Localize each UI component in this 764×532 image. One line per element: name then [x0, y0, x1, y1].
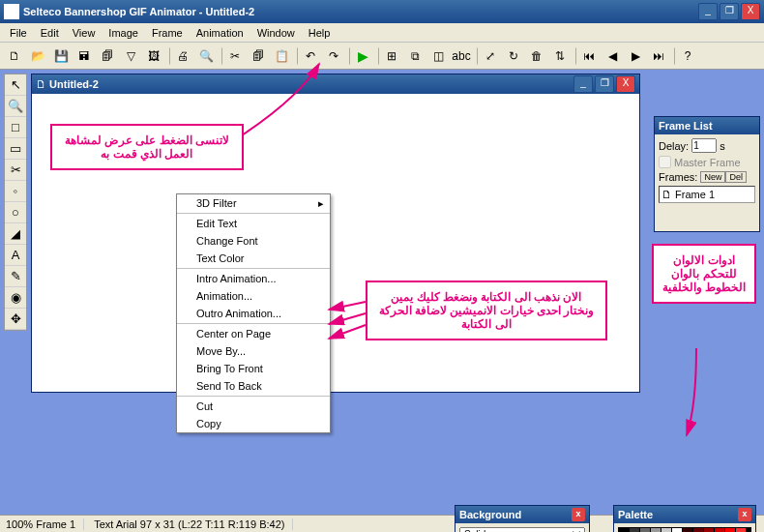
minimize-button[interactable]: _	[698, 3, 718, 20]
next-icon[interactable]: ▶	[625, 45, 646, 67]
palette-color[interactable]	[725, 528, 735, 532]
menu-item-outro-animation-[interactable]: Outro Animation...	[177, 305, 330, 322]
prev-icon[interactable]: ◀	[602, 45, 623, 67]
saveall-icon[interactable]: 🖬	[73, 45, 95, 67]
menu-item-copy[interactable]: Copy	[177, 415, 330, 432]
first-icon[interactable]: ⏮	[578, 45, 600, 67]
menu-view[interactable]: View	[67, 25, 102, 41]
text-tool-icon[interactable]: abc	[451, 45, 472, 67]
image-icon[interactable]: 🖼	[143, 45, 164, 67]
menu-item-move-by-[interactable]: Move By...	[177, 342, 330, 360]
tool-11[interactable]: ✥	[5, 309, 26, 330]
export-icon[interactable]: 🗐	[97, 45, 118, 67]
doc-icon: 🗋	[36, 78, 46, 90]
menu-help[interactable]: Help	[303, 25, 337, 41]
status-zoom-frame: 100% Frame 1	[6, 518, 84, 530]
redo-icon[interactable]: ↷	[323, 45, 344, 67]
play-icon[interactable]: ▶	[352, 45, 373, 67]
doc-restore-button[interactable]: ❐	[595, 75, 614, 93]
delete-icon[interactable]: 🗑	[526, 45, 547, 67]
restore-button[interactable]: ❐	[720, 3, 739, 20]
palette-panel: Palette x	[613, 505, 756, 532]
menu-item--d-filter[interactable]: 3D Filter	[177, 194, 330, 212]
menu-frame[interactable]: Frame	[146, 25, 189, 41]
tool-6[interactable]: ○	[5, 202, 26, 223]
new-icon[interactable]: 🗋	[4, 45, 25, 67]
menu-window[interactable]: Window	[251, 25, 301, 41]
palette-color[interactable]	[640, 528, 650, 532]
palette-color[interactable]	[630, 528, 639, 532]
tool-10[interactable]: ◉	[5, 287, 26, 309]
frame-layer-icon[interactable]: ◫	[427, 45, 449, 67]
menu-item-bring-to-front[interactable]: Bring To Front	[177, 360, 330, 377]
doc-minimize-button[interactable]: _	[573, 75, 593, 93]
menu-item-center-on-page[interactable]: Center on Page	[177, 325, 330, 342]
delay-input[interactable]	[691, 138, 717, 153]
palette-color[interactable]	[715, 528, 724, 532]
frame-item-icon: 🗋	[661, 189, 672, 200]
sort-icon[interactable]: ⇅	[549, 45, 571, 67]
undo-icon[interactable]: ↶	[300, 45, 321, 67]
print-icon[interactable]: 🖨	[172, 45, 193, 67]
background-type-select[interactable]: Solid	[459, 527, 585, 532]
callout-play-reminder: لاتنسى الضغط على عرض لمشاهة العمل الذي ق…	[50, 124, 244, 170]
tool-7[interactable]: ◢	[5, 223, 26, 245]
last-icon[interactable]: ⏭	[648, 45, 669, 67]
menu-file[interactable]: File	[4, 25, 33, 41]
cut-icon[interactable]: ✂	[224, 45, 246, 67]
tool-3[interactable]: ▭	[5, 138, 26, 160]
master-frame-label: Master Frame	[674, 157, 740, 168]
menu-item-send-to-back[interactable]: Send To Back	[177, 377, 330, 395]
preview-icon[interactable]: 🔍	[195, 45, 217, 67]
separator	[474, 47, 478, 65]
tool-5[interactable]: ◦	[5, 181, 26, 202]
separator	[671, 47, 675, 65]
frame-item[interactable]: Frame 1	[675, 189, 715, 200]
rotate-icon[interactable]: ↻	[503, 45, 524, 67]
del-frame-button[interactable]: Del	[725, 171, 747, 183]
close-button[interactable]: X	[741, 3, 760, 20]
palette-color[interactable]	[672, 528, 682, 532]
title-bar: Selteco Bannershop GIF Animator - Untitl…	[0, 0, 764, 23]
palette-title: Palette	[618, 509, 653, 520]
palette-color[interactable]	[619, 528, 629, 532]
doc-close-button[interactable]: X	[616, 75, 635, 93]
menu-item-cut[interactable]: Cut	[177, 398, 330, 415]
tool-1[interactable]: 🔍	[5, 96, 26, 117]
menu-item-animation-[interactable]: Animation...	[177, 287, 330, 305]
tool-4[interactable]: ✂	[5, 160, 26, 181]
menu-item-change-font[interactable]: Change Font	[177, 232, 330, 250]
copy-icon[interactable]: 🗐	[248, 45, 269, 67]
menu-item-intro-animation-[interactable]: Intro Animation...	[177, 270, 330, 287]
paste-icon[interactable]: 📋	[271, 45, 292, 67]
save-icon[interactable]: 💾	[50, 45, 72, 67]
menu-item-edit-text[interactable]: Edit Text	[177, 215, 330, 232]
tool-8[interactable]: A	[5, 245, 26, 266]
menu-item-text-color[interactable]: Text Color	[177, 250, 330, 267]
background-panel: Background x Solid Background Color Bord…	[455, 505, 590, 532]
palette-color[interactable]	[736, 528, 746, 532]
palette-close[interactable]: x	[738, 508, 751, 521]
menu-image[interactable]: Image	[103, 25, 144, 41]
palette-color[interactable]	[693, 528, 703, 532]
palette-color[interactable]	[651, 528, 661, 532]
palette-color[interactable]	[683, 528, 692, 532]
toolbar: 🗋 📂 💾 🖬 🗐 ▽ 🖼 🖨 🔍 ✂ 🗐 📋 ↶ ↷ ▶ ⊞ ⧉ ◫ abc …	[0, 43, 764, 70]
filter-icon[interactable]: ▽	[120, 45, 141, 67]
open-icon[interactable]: 📂	[27, 45, 48, 67]
frames-label: Frames:	[659, 171, 697, 183]
tool-2[interactable]: □	[5, 117, 26, 138]
zoom-icon[interactable]: ⤢	[480, 45, 501, 67]
tool-0[interactable]: ↖	[5, 74, 26, 96]
frame-copy-icon[interactable]: ⧉	[404, 45, 426, 67]
help-icon[interactable]: ?	[677, 45, 698, 67]
menu-edit[interactable]: Edit	[35, 25, 65, 41]
palette-color[interactable]	[704, 528, 714, 532]
tool-9[interactable]: ✎	[5, 266, 26, 287]
background-close[interactable]: x	[572, 508, 585, 521]
menu-animation[interactable]: Animation	[191, 25, 250, 41]
new-frame-button[interactable]: New	[700, 171, 725, 183]
frame-add-icon[interactable]: ⊞	[381, 45, 402, 67]
palette-color[interactable]	[661, 528, 671, 532]
separator	[166, 47, 170, 65]
